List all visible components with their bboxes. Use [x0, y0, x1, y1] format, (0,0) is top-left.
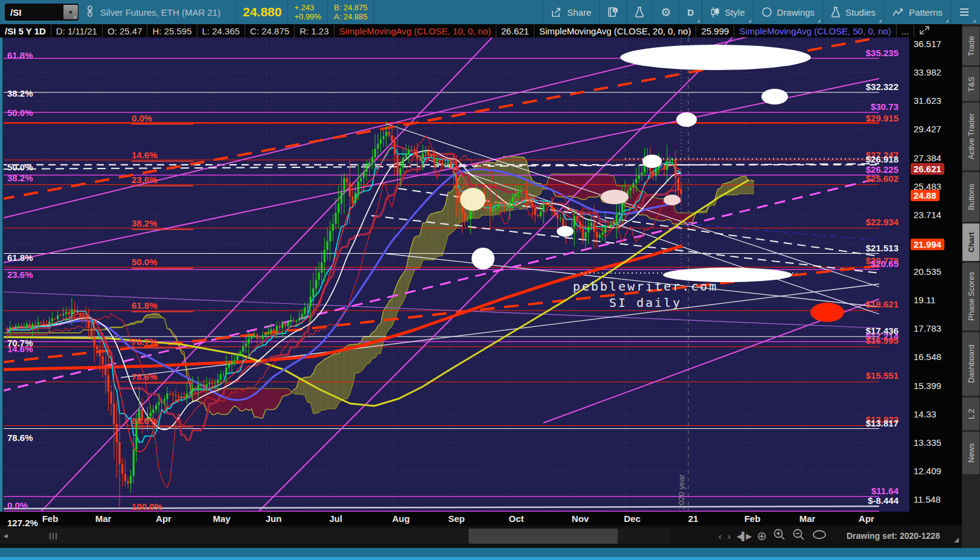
- last-price: 24.880: [243, 5, 281, 19]
- maximize-menu-button[interactable]: [951, 0, 978, 24]
- share-button[interactable]: Share: [543, 0, 599, 24]
- study2-label[interactable]: SimpleMovingAvg (CLOSE, 20, 0, no): [534, 25, 697, 37]
- fib-label-left: 61.8%: [7, 253, 33, 263]
- month-label: Jul: [329, 513, 342, 524]
- style-button[interactable]: Style: [702, 0, 752, 24]
- fib-label-mid: 23.6%: [132, 175, 158, 185]
- price-level-label: $13.817: [866, 418, 898, 428]
- right-tab-strip: TradeT&SActive TraderButtonsChartPhase S…: [962, 24, 980, 548]
- price-badge: 26.621: [911, 163, 944, 175]
- auto-shift-icon[interactable]: ◀▌▶: [737, 532, 751, 541]
- fib-label-mid: 50.0%: [132, 257, 158, 267]
- fib-label-mid: 0.0%: [132, 113, 152, 123]
- divider: [327, 0, 328, 24]
- axis-tick: 16.548: [914, 352, 941, 362]
- price-level-label: $16.995: [866, 335, 898, 346]
- month-label: Nov: [572, 513, 589, 524]
- collapse-header-icon[interactable]: [918, 25, 931, 37]
- oval-tool-icon[interactable]: [812, 529, 827, 543]
- divider: [287, 0, 288, 24]
- ask-value: A: 24.885: [334, 12, 368, 21]
- fib-label-left: 23.6%: [7, 269, 33, 280]
- date-field: D: 1/11/21: [51, 25, 103, 37]
- axis-tick: 14.33: [914, 409, 937, 419]
- fib-label-left: 0.0%: [7, 500, 28, 510]
- annotation-ellipse: [601, 190, 629, 204]
- price-level-label: $18.621: [866, 299, 898, 309]
- tab-chart[interactable]: Chart: [962, 224, 979, 261]
- scroll-left-icon[interactable]: ◂: [4, 531, 8, 540]
- patterns-button[interactable]: Patterns: [884, 0, 950, 24]
- toolbar-buttons: Share i ⚙ D Style Drawings Stud: [542, 0, 980, 24]
- zoom-out-icon[interactable]: [792, 528, 805, 544]
- axis-tick: 33.982: [914, 67, 941, 77]
- zigzag-icon: [892, 7, 904, 18]
- price-level-label: $25.602: [866, 173, 898, 184]
- svg-text:i: i: [615, 8, 616, 13]
- study1-value: 26.621: [496, 25, 534, 37]
- annotation-ellipse: [761, 89, 788, 105]
- price-level-label: $11.64: [871, 486, 899, 496]
- chart-describe-button[interactable]: i: [600, 0, 626, 24]
- fib-label-left: 50.0%: [7, 162, 33, 172]
- price-axis[interactable]: 36.51733.98231.62329.42727.38425.48323.7…: [909, 37, 962, 526]
- price-badge: 24.88: [911, 190, 940, 201]
- tab-buttons[interactable]: Buttons: [962, 172, 979, 222]
- axis-tick: 15.399: [914, 381, 941, 391]
- axis-tick: 27.384: [914, 153, 941, 163]
- tab-dashboard[interactable]: Dashboard: [962, 332, 979, 396]
- tab-active-trader[interactable]: Active Trader: [962, 103, 979, 170]
- price-level-label: $21.513: [866, 243, 898, 253]
- link-icon[interactable]: [86, 5, 94, 20]
- pan-icon[interactable]: ⊕: [757, 529, 767, 543]
- month-label: Oct: [508, 513, 524, 524]
- tab-l-2[interactable]: L 2: [962, 397, 979, 430]
- price-level-label: $30.73: [871, 101, 898, 112]
- study3-label[interactable]: SimpleMovingAvg (CLOSE, 50, 0, no): [734, 25, 897, 37]
- chevron-down-icon[interactable]: ▼: [63, 5, 78, 19]
- symbol-dropdown[interactable]: /SI ▼: [5, 4, 78, 21]
- fib-label-left: 50.0%: [7, 108, 33, 118]
- price-level-label: $29.915: [866, 113, 898, 123]
- beaker-icon: [635, 7, 644, 18]
- symbol-input[interactable]: /SI: [5, 7, 63, 18]
- change-value: +.243: [294, 3, 321, 12]
- gear-icon: ⚙: [661, 7, 671, 18]
- drawing-set-label[interactable]: Drawing set: 2020-1228: [847, 531, 940, 541]
- fib-label-left: 14.6%: [7, 344, 33, 354]
- settings-button[interactable]: ⚙: [653, 0, 679, 24]
- studies-button[interactable]: Studies: [823, 0, 883, 24]
- price-level-label: $35.235: [866, 48, 898, 58]
- scrollbar-thumb[interactable]: [469, 529, 618, 544]
- divider-grip[interactable]: [50, 533, 57, 539]
- symbol-description: Silver Futures, ETH (MAR 21): [100, 7, 220, 18]
- tab-news[interactable]: News: [962, 432, 979, 474]
- high-field: H: 25.595: [147, 25, 197, 37]
- bid-ask-stack: B: 24.875 A: 24.885: [334, 3, 368, 21]
- page-left-icon[interactable]: ‹: [719, 531, 722, 541]
- time-axis[interactable]: FebMarAprMayJunJulAugSepOctNovDec21FebMa…: [0, 512, 909, 526]
- header-ellipsis[interactable]: ...: [897, 25, 915, 37]
- book-info-icon: i: [607, 7, 618, 18]
- timeframe-button[interactable]: D: [679, 0, 702, 24]
- annotation-ellipse: [620, 45, 811, 70]
- watermark: SI daily: [609, 295, 682, 310]
- axis-tick: 29.427: [914, 124, 941, 134]
- axis-tick: 23.714: [914, 210, 941, 220]
- month-label: Feb: [42, 513, 59, 524]
- tab-phase-scores[interactable]: Phase Scores: [962, 263, 979, 330]
- tab-t-s[interactable]: T&S: [962, 67, 979, 101]
- drawings-button[interactable]: Drawings: [754, 0, 823, 24]
- quick-study-button[interactable]: [627, 0, 652, 24]
- study1-label[interactable]: SimpleMovingAvg (CLOSE, 10, 0, no): [335, 25, 497, 37]
- page-right-icon[interactable]: ›: [728, 531, 731, 541]
- fib-label-mid: 38.2%: [132, 218, 158, 228]
- study2-value: 25.999: [696, 25, 734, 37]
- tab-trade[interactable]: Trade: [962, 27, 979, 65]
- month-label: Apr: [859, 513, 874, 524]
- annotation-ellipse: [472, 248, 495, 269]
- axis-tick: 11.548: [914, 494, 941, 504]
- zoom-in-icon[interactable]: [773, 528, 786, 544]
- axis-tick: 20.535: [914, 266, 941, 277]
- resize-corner[interactable]: [954, 538, 959, 542]
